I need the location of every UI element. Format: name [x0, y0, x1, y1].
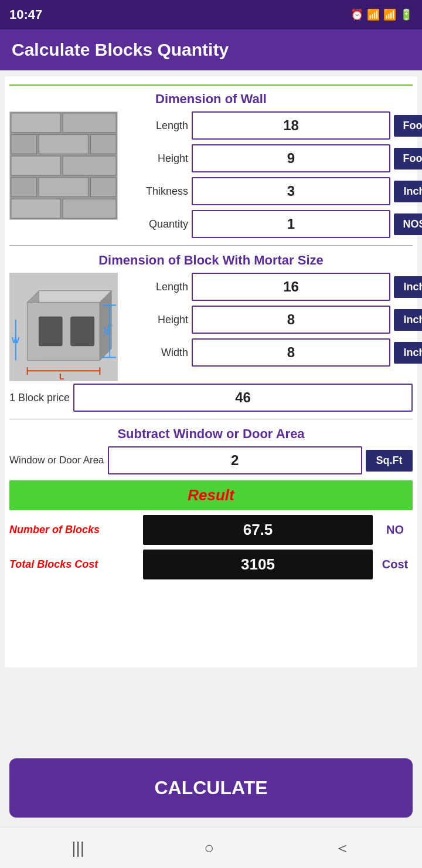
svg-rect-7 — [63, 156, 116, 175]
wall-length-label: Length — [124, 120, 188, 132]
window-divider-top — [9, 419, 413, 419]
window-unit[interactable]: Sq.Ft — [366, 450, 413, 472]
wall-thickness-input[interactable] — [192, 177, 390, 205]
calculate-button[interactable]: CALCULATE — [9, 758, 413, 818]
result-blocks-value: 67.5 — [143, 515, 373, 545]
svg-rect-9 — [39, 178, 88, 197]
block-length-unit[interactable]: Inch — [394, 276, 422, 298]
nav-back-icon[interactable]: ＜ — [334, 837, 350, 859]
main-card: Dimension of Wall — [5, 76, 417, 667]
block-price-row: 1 Block price — [9, 384, 413, 412]
nav-menu-icon[interactable]: ||| — [72, 839, 84, 857]
bottom-nav: ||| ○ ＜ — [0, 827, 422, 868]
wall-fields: Length Foot Height Foot Thikness Inch — [124, 111, 422, 238]
svg-rect-3 — [11, 135, 37, 154]
block-divider-top — [9, 245, 413, 246]
result-cost-label: Total Blocks Cost — [9, 558, 138, 571]
wall-length-input[interactable] — [192, 111, 390, 140]
wall-image — [9, 111, 118, 220]
wall-height-input[interactable] — [192, 144, 390, 172]
result-section: Result Number of Blocks 67.5 NO Total Bl… — [9, 480, 413, 579]
result-title: Result — [188, 486, 234, 504]
alarm-icon: ⏰ — [350, 8, 363, 21]
wall-thickness-label: Thikness — [124, 185, 188, 198]
block-fields: Length Inch Height Inch Width Inch — [124, 273, 422, 367]
status-time: 10:47 — [9, 7, 42, 22]
block-width-label: Width — [124, 347, 188, 359]
window-row: Window or Door Area Sq.Ft — [9, 446, 413, 474]
block-price-label: 1 Block price — [9, 392, 70, 404]
signal-icon-2: 📶 — [383, 8, 396, 21]
result-blocks-row: Number of Blocks 67.5 NO — [9, 515, 413, 545]
result-cost-row: Total Blocks Cost 3105 Cost — [9, 550, 413, 579]
window-section-title: Subtract Window or Door Area — [9, 426, 413, 442]
wall-height-label: Height — [124, 152, 188, 165]
svg-rect-2 — [63, 113, 116, 133]
svg-text:W: W — [12, 335, 20, 345]
svg-text:H: H — [106, 330, 110, 337]
svg-rect-11 — [11, 199, 60, 218]
result-cost-value: 3105 — [143, 550, 373, 579]
svg-marker-13 — [28, 291, 111, 303]
svg-rect-1 — [11, 113, 60, 133]
wall-height-unit[interactable]: Foot — [394, 148, 422, 169]
svg-rect-12 — [63, 199, 116, 218]
status-bar: 10:47 ⏰ 📶 📶 🔋 — [0, 0, 422, 29]
window-label: Window or Door Area — [9, 455, 104, 466]
block-image: W H L 8" H — [9, 273, 118, 381]
wall-length-unit[interactable]: Foot — [394, 115, 422, 137]
block-section-title: Dimension of Block With Mortar Size — [9, 253, 413, 268]
nav-home-icon[interactable]: ○ — [204, 839, 214, 857]
wall-divider — [9, 84, 413, 86]
block-height-label: Height — [124, 314, 188, 326]
svg-rect-10 — [90, 178, 116, 197]
svg-text:8": 8" — [107, 323, 113, 330]
svg-rect-8 — [11, 178, 37, 197]
window-section: Subtract Window or Door Area Window or D… — [9, 426, 413, 474]
svg-rect-18 — [71, 317, 94, 345]
result-header: Result — [9, 480, 413, 510]
wall-content: Length Foot Height Foot Thikness Inch — [9, 111, 413, 238]
svg-rect-6 — [11, 156, 60, 175]
wall-section-title: Dimension of Wall — [9, 91, 413, 107]
app-header: Calculate Blocks Quantity — [0, 29, 422, 70]
svg-rect-4 — [39, 135, 88, 154]
wall-length-row: Length Foot — [124, 111, 422, 140]
result-blocks-unit: NO — [377, 523, 413, 537]
signal-icon-1: 📶 — [367, 8, 380, 21]
result-blocks-label: Number of Blocks — [9, 524, 138, 536]
wall-quantity-row: Quantity NOS — [124, 210, 422, 238]
block-width-unit[interactable]: Inch — [394, 342, 422, 364]
block-width-input[interactable] — [192, 338, 390, 367]
result-cost-unit: Cost — [377, 558, 413, 571]
wall-height-row: Height Foot — [124, 144, 422, 172]
wall-quantity-input[interactable] — [192, 210, 390, 238]
wall-quantity-unit[interactable]: NOS — [394, 213, 422, 235]
wall-thickness-unit[interactable]: Inch — [394, 181, 422, 202]
block-content: W H L 8" H — [9, 273, 413, 381]
block-height-unit[interactable]: Inch — [394, 309, 422, 331]
block-price-input[interactable] — [73, 384, 413, 412]
block-length-label: Length — [124, 281, 188, 293]
block-height-row: Height Inch — [124, 306, 422, 334]
svg-text:L: L — [59, 372, 64, 381]
block-length-row: Length Inch — [124, 273, 422, 301]
wall-thickness-row: Thikness Inch — [124, 177, 422, 205]
block-section: Dimension of Block With Mortar Size — [9, 253, 413, 412]
block-height-input[interactable] — [192, 306, 390, 334]
wall-quantity-label: Quantity — [124, 218, 188, 230]
svg-rect-17 — [39, 317, 62, 345]
wall-section: Dimension of Wall — [9, 84, 413, 238]
status-icons: ⏰ 📶 📶 🔋 — [350, 8, 413, 21]
svg-rect-5 — [90, 135, 116, 154]
window-input[interactable] — [108, 446, 362, 474]
app-title: Calculate Blocks Quantity — [12, 40, 410, 60]
block-length-input[interactable] — [192, 273, 390, 301]
block-width-row: Width Inch — [124, 338, 422, 367]
battery-icon: 🔋 — [400, 8, 413, 21]
